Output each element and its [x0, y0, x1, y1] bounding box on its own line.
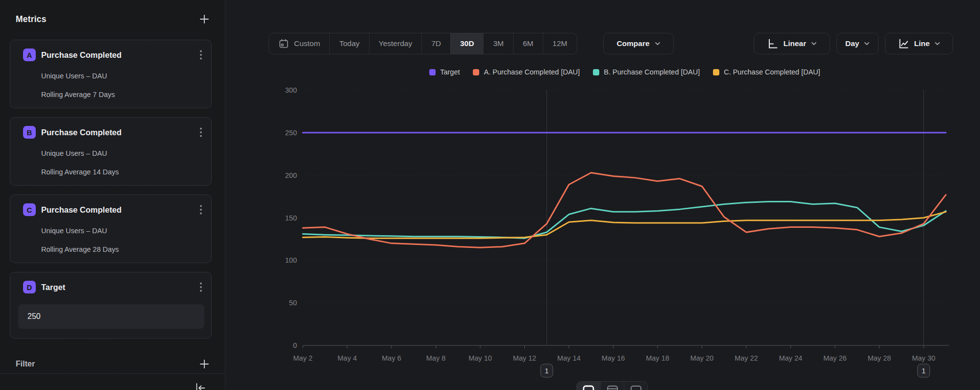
- table-view-icon: [606, 385, 619, 390]
- metric-rolling-average: Rolling Average 14 Days: [41, 168, 204, 176]
- target-value-input[interactable]: [18, 304, 204, 329]
- plus-icon: [198, 358, 210, 370]
- metric-card-b[interactable]: B Purchase Completed Unique Users – DAU …: [10, 117, 212, 186]
- x-axis-label: May 26: [823, 354, 847, 362]
- x-axis-label: May 2: [293, 354, 313, 362]
- metric-badge-c: C: [23, 203, 36, 216]
- timerange-custom[interactable]: Custom: [269, 33, 329, 54]
- chevron-down-icon: [811, 42, 817, 46]
- metric-card-list: A Purchase Completed Unique Users – DAU …: [10, 40, 212, 347]
- timerange-label: 12M: [553, 39, 567, 48]
- filter-section-header: Filter: [16, 356, 212, 372]
- scale-selector-button[interactable]: Linear: [754, 33, 830, 54]
- x-axis-label: May 28: [868, 354, 891, 362]
- y-axis-label: 300: [285, 86, 297, 94]
- timerange-label: Yesterday: [379, 39, 412, 48]
- x-axis-label: May 20: [690, 354, 714, 362]
- view-button-card-view[interactable]: [624, 382, 647, 390]
- chart-type-label: Line: [914, 39, 930, 48]
- view-button-table-view[interactable]: [600, 382, 624, 390]
- plus-icon: [198, 13, 210, 25]
- timerange-label: 30D: [460, 39, 474, 48]
- chevron-down-icon: [934, 42, 940, 46]
- add-filter-button[interactable]: [196, 356, 212, 372]
- timerange-segmented-control: CustomTodayYesterday7D30D3M6M12M: [269, 33, 577, 54]
- line-chart[interactable]: 050100150200250300May 2May 4May 6May 8Ma…: [225, 64, 980, 390]
- x-axis-label: May 14: [557, 354, 581, 362]
- x-axis-label: May 22: [735, 354, 758, 362]
- compare-button[interactable]: Compare: [603, 33, 674, 54]
- metric-menu-button[interactable]: [197, 202, 204, 217]
- metrics-dashboard: Metrics A Purchase Completed Unique User…: [0, 0, 980, 390]
- calendar-icon: [278, 38, 289, 49]
- timerange-12m[interactable]: 12M: [543, 33, 577, 54]
- y-axis-label: 200: [285, 171, 297, 179]
- collapse-sidebar-button[interactable]: [194, 382, 207, 390]
- interval-label: Day: [845, 39, 859, 48]
- x-axis-label: May 6: [382, 354, 401, 362]
- view-switcher: [576, 381, 648, 390]
- x-axis-label: May 16: [602, 354, 625, 362]
- kebab-icon: [199, 127, 202, 138]
- metric-badge-b: B: [23, 126, 36, 139]
- metric-card-c[interactable]: C Purchase Completed Unique Users – DAU …: [10, 195, 212, 263]
- timerange-3m[interactable]: 3M: [483, 33, 513, 54]
- metric-badge-a: A: [23, 49, 36, 61]
- annotation-badge-label: 1: [922, 366, 926, 375]
- metric-rolling-average: Rolling Average 7 Days: [41, 91, 204, 98]
- metric-card-a[interactable]: A Purchase Completed Unique Users – DAU …: [10, 40, 212, 108]
- sidebar-divider: [0, 373, 225, 374]
- card-view-icon: [630, 385, 642, 390]
- collapse-left-icon: [194, 382, 207, 390]
- timerange-30d[interactable]: 30D: [450, 33, 483, 54]
- metric-title: Purchase Completed: [41, 205, 192, 215]
- metric-menu-button[interactable]: [197, 48, 204, 62]
- scale-label: Linear: [784, 39, 807, 48]
- kebab-icon: [199, 282, 202, 292]
- y-axis-label: 150: [285, 214, 297, 222]
- filter-label: Filter: [16, 360, 35, 368]
- view-button-line-view[interactable]: [577, 382, 600, 390]
- metric-card-header: A Purchase Completed: [23, 48, 204, 62]
- timerange-label: 3M: [493, 39, 504, 48]
- metric-card-header: B Purchase Completed: [23, 125, 204, 140]
- chart-panel: CustomTodayYesterday7D30D3M6M12M Compare…: [225, 0, 980, 390]
- chart-type-selector-button[interactable]: Line: [885, 33, 953, 54]
- metric-measure: Unique Users – DAU: [41, 227, 204, 235]
- timerange-yesterday[interactable]: Yesterday: [369, 33, 421, 54]
- linear-axis-icon: [767, 38, 779, 49]
- sidebar-header: Metrics: [16, 10, 212, 28]
- x-axis-label: May 30: [912, 354, 935, 362]
- add-metric-button[interactable]: [196, 11, 212, 27]
- kebab-icon: [199, 49, 202, 60]
- timerange-label: 7D: [431, 39, 441, 48]
- x-axis-label: May 10: [468, 354, 492, 362]
- y-axis-label: 0: [293, 341, 297, 349]
- y-axis-label: 50: [289, 299, 297, 307]
- annotation-badge-label: 1: [545, 366, 549, 375]
- interval-selector-button[interactable]: Day: [836, 33, 879, 54]
- metric-measure: Unique Users – DAU: [41, 149, 204, 157]
- metric-rolling-average: Rolling Average 28 Days: [41, 245, 204, 253]
- line-view-icon: [582, 385, 595, 390]
- timerange-label: Today: [339, 39, 359, 48]
- x-axis-label: May 18: [646, 354, 669, 362]
- chevron-down-icon: [655, 42, 661, 46]
- metric-title: Purchase Completed: [41, 128, 192, 137]
- kebab-icon: [199, 204, 202, 215]
- timerange-today[interactable]: Today: [329, 33, 368, 54]
- series-line-c[interactable]: [303, 212, 946, 238]
- metric-card-d-target[interactable]: D Target: [10, 272, 212, 339]
- metric-menu-button[interactable]: [197, 125, 204, 140]
- x-axis-label: May 12: [513, 354, 537, 362]
- x-axis-label: May 24: [779, 354, 803, 362]
- metric-card-header: C Purchase Completed: [23, 202, 204, 217]
- y-axis-label: 100: [285, 256, 297, 264]
- timerange-6m[interactable]: 6M: [513, 33, 543, 54]
- timerange-7d[interactable]: 7D: [421, 33, 450, 54]
- x-axis-label: May 4: [338, 354, 357, 362]
- chevron-down-icon: [864, 42, 870, 46]
- timerange-label: 6M: [523, 39, 534, 48]
- metrics-sidebar: Metrics A Purchase Completed Unique User…: [0, 0, 225, 390]
- metric-menu-button[interactable]: [197, 280, 204, 294]
